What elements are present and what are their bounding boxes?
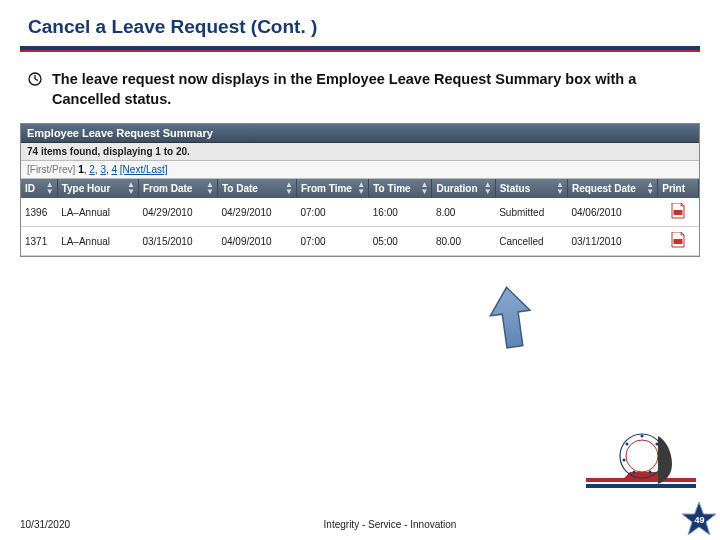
footer-date: 10/31/2020 (20, 519, 140, 530)
cell-status: Submitted (495, 198, 567, 227)
svg-point-11 (633, 471, 636, 474)
dfas-seal-icon (586, 422, 696, 502)
cell-from: 03/15/2010 (138, 227, 217, 256)
sort-icon: ▲▼ (556, 181, 564, 195)
bullet-item: The leave request now displays in the Em… (0, 64, 720, 123)
pagination: [First/Prev] 1, 2, 3, 4 [Next/Last] (21, 161, 699, 179)
cell-type: LA–Annual (57, 198, 138, 227)
col-dur[interactable]: Duration▲▼ (432, 179, 495, 198)
table-row: 1371LA–Annual03/15/201004/09/201007:0005… (21, 227, 699, 256)
svg-point-6 (626, 440, 658, 472)
sort-icon: ▲▼ (484, 181, 492, 195)
svg-rect-4 (674, 239, 683, 244)
col-status[interactable]: Status▲▼ (495, 179, 567, 198)
cell-to: 04/29/2010 (217, 198, 296, 227)
sort-icon: ▲▼ (46, 181, 54, 195)
table-header-row: ID▲▼ Type Hour▲▼ From Date▲▼ To Date▲▼ F… (21, 179, 699, 198)
col-from[interactable]: From Date▲▼ (138, 179, 217, 198)
pdf-icon[interactable] (671, 232, 685, 248)
svg-point-13 (626, 443, 629, 446)
cell-status: Cancelled (495, 227, 567, 256)
sort-icon: ▲▼ (127, 181, 135, 195)
page-link-2[interactable]: 2 (89, 164, 95, 175)
page-number: 49 (680, 500, 718, 538)
page-link-4[interactable]: 4 (112, 164, 118, 175)
divider-red (20, 50, 700, 52)
sort-icon: ▲▼ (206, 181, 214, 195)
pdf-icon[interactable] (671, 203, 685, 219)
items-found-label: 74 items found, displaying 1 to 20. (21, 143, 699, 161)
col-ttime[interactable]: To Time▲▼ (369, 179, 432, 198)
cell-print[interactable] (658, 227, 699, 256)
page-title: Cancel a Leave Request (Cont. ) (0, 0, 720, 46)
corner-star-icon: 49 (680, 500, 718, 538)
bullet-text: The leave request now displays in the Em… (52, 70, 692, 109)
slide-footer: 10/31/2020 Integrity - Service - Innovat… (0, 519, 720, 530)
cell-dur: 8.00 (432, 198, 495, 227)
svg-point-5 (620, 434, 664, 478)
col-id[interactable]: ID▲▼ (21, 179, 57, 198)
panel-heading: Employee Leave Request Summary (21, 124, 699, 143)
cell-ftime: 07:00 (296, 227, 368, 256)
sort-icon: ▲▼ (285, 181, 293, 195)
first-prev-link: [First/Prev] (27, 164, 75, 175)
col-print: Print (658, 179, 699, 198)
cell-id: 1371 (21, 227, 57, 256)
sort-icon: ▲▼ (421, 181, 429, 195)
cell-rdate: 04/06/2010 (567, 198, 657, 227)
cell-id: 1396 (21, 198, 57, 227)
col-type[interactable]: Type Hour▲▼ (57, 179, 138, 198)
svg-point-12 (623, 459, 626, 462)
col-rdate[interactable]: Request Date▲▼ (567, 179, 657, 198)
cell-print[interactable] (658, 198, 699, 227)
cell-ttime: 16:00 (369, 198, 432, 227)
sort-icon: ▲▼ (357, 181, 365, 195)
page-link-3[interactable]: 3 (100, 164, 106, 175)
sort-icon: ▲▼ (646, 181, 654, 195)
cell-to: 04/09/2010 (217, 227, 296, 256)
clock-icon (28, 72, 42, 86)
cell-from: 04/29/2010 (138, 198, 217, 227)
leave-summary-panel: Employee Leave Request Summary 74 items … (20, 123, 700, 257)
cell-ttime: 05:00 (369, 227, 432, 256)
summary-table: ID▲▼ Type Hour▲▼ From Date▲▼ To Date▲▼ F… (21, 179, 699, 256)
cell-dur: 80.00 (432, 227, 495, 256)
svg-point-10 (649, 471, 652, 474)
svg-line-2 (35, 79, 38, 81)
table-row: 1396LA–Annual04/29/201004/29/201007:0016… (21, 198, 699, 227)
svg-rect-3 (674, 210, 683, 215)
page-current: 1 (78, 164, 84, 175)
cell-type: LA–Annual (57, 227, 138, 256)
cell-ftime: 07:00 (296, 198, 368, 227)
col-ftime[interactable]: From Time▲▼ (296, 179, 368, 198)
callout-arrow-icon (485, 283, 537, 355)
svg-point-7 (641, 435, 644, 438)
footer-motto: Integrity - Service - Innovation (140, 519, 640, 530)
col-to[interactable]: To Date▲▼ (217, 179, 296, 198)
cell-rdate: 03/11/2010 (567, 227, 657, 256)
next-last-link[interactable]: [Next/Last] (120, 164, 168, 175)
